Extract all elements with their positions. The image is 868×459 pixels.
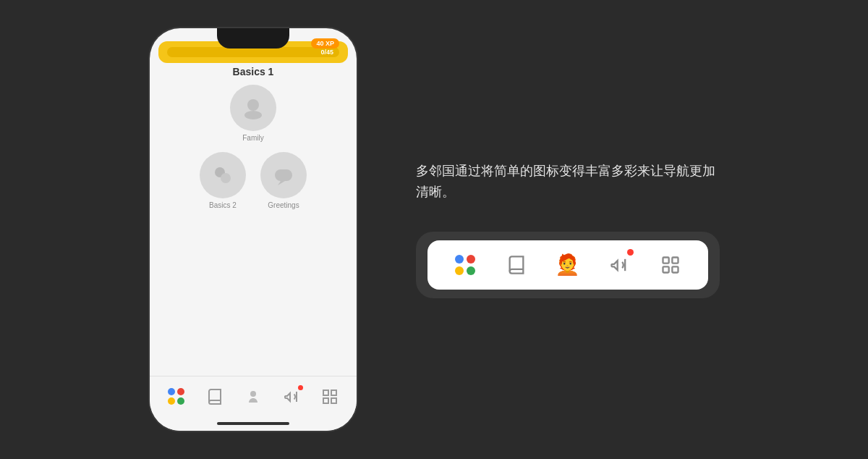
lesson-nodes: Family Basics 2 <box>150 85 357 376</box>
nav-item-character[interactable]: 🧑‍🦰 <box>549 246 587 284</box>
nav-dot-green <box>467 266 475 275</box>
phone-notch <box>217 28 289 49</box>
dot-red <box>177 388 184 395</box>
nav-dot-blue <box>455 255 464 264</box>
home-bar <box>217 422 289 425</box>
dot-blue <box>168 388 175 395</box>
node-item-family[interactable]: Family <box>230 85 276 142</box>
nav-megaphone-icon <box>609 255 629 275</box>
svg-rect-10 <box>323 398 328 403</box>
node-item-basics2[interactable]: Basics 2 <box>200 152 246 209</box>
phone-nav-megaphone[interactable] <box>277 384 306 410</box>
nav-book-icon <box>506 255 527 275</box>
node-item-greetings[interactable]: Greetings <box>260 152 307 209</box>
svg-point-1 <box>244 111 262 119</box>
nav-item-book[interactable] <box>498 246 535 284</box>
nav-megaphone-dot <box>627 249 634 256</box>
lesson-node-center: Family <box>230 85 276 142</box>
svg-rect-14 <box>673 257 678 263</box>
svg-point-6 <box>250 391 256 397</box>
svg-point-3 <box>221 173 231 183</box>
nav-item-home[interactable] <box>446 246 484 284</box>
svg-point-0 <box>247 99 259 111</box>
google-dots-icon <box>168 388 184 405</box>
phone-mockup: 0/45 40 XP Basics 1 <box>148 27 358 432</box>
nav-item-megaphone[interactable] <box>600 246 638 284</box>
svg-rect-4 <box>275 169 292 181</box>
node-circle-greetings <box>260 152 307 198</box>
nav-dot-yellow <box>455 266 464 275</box>
phone-screen: 0/45 40 XP Basics 1 <box>150 28 357 431</box>
svg-rect-15 <box>663 266 669 272</box>
navbar-inner: 🧑‍🦰 <box>427 240 708 290</box>
xp-badge: 40 XP <box>311 38 339 49</box>
page-container: 0/45 40 XP Basics 1 <box>0 0 868 459</box>
nav-grid-icon <box>660 255 681 275</box>
nav-dot-red <box>467 255 475 264</box>
node-label-greetings: Greetings <box>268 201 299 209</box>
section-title: Basics 1 <box>150 66 357 77</box>
node-circle-family <box>230 85 276 131</box>
dot-yellow <box>168 397 175 405</box>
nav-character-emoji-icon: 🧑‍🦰 <box>555 253 580 277</box>
character-icon <box>244 388 262 405</box>
nav-google-dots-icon <box>455 255 475 275</box>
book-icon <box>206 388 224 405</box>
svg-rect-16 <box>673 266 678 272</box>
phone-home-indicator <box>150 416 357 431</box>
nav-item-grid[interactable] <box>652 246 689 284</box>
lesson-node-row: Basics 2 Greetings <box>200 152 307 209</box>
svg-marker-5 <box>278 181 285 185</box>
svg-rect-9 <box>331 390 336 395</box>
grid-icon <box>321 388 339 405</box>
enhanced-navbar: 🧑‍🦰 <box>416 232 720 298</box>
phone-nav-character[interactable] <box>239 384 268 410</box>
svg-rect-11 <box>331 398 336 403</box>
progress-bar-track: 0/45 <box>167 47 339 57</box>
node-label-family: Family <box>242 134 263 142</box>
megaphone-icon <box>283 388 300 405</box>
progress-text: 0/45 <box>320 49 333 56</box>
phone-bottom-bar <box>150 376 357 416</box>
svg-rect-13 <box>663 257 669 263</box>
node-circle-basics2 <box>200 152 246 198</box>
megaphone-notification-dot <box>298 385 303 390</box>
dot-green <box>177 397 184 405</box>
right-content: 多邻国通过将简单的图标变得丰富多彩来让导航更加清晰。 <box>416 161 720 298</box>
description-text: 多邻国通过将简单的图标变得丰富多彩来让导航更加清晰。 <box>416 161 720 203</box>
phone-nav-home[interactable] <box>162 384 191 410</box>
phone-nav-book[interactable] <box>200 384 229 410</box>
node-label-basics2: Basics 2 <box>209 201 237 209</box>
svg-rect-8 <box>323 390 328 395</box>
phone-nav-grid[interactable] <box>315 384 344 410</box>
